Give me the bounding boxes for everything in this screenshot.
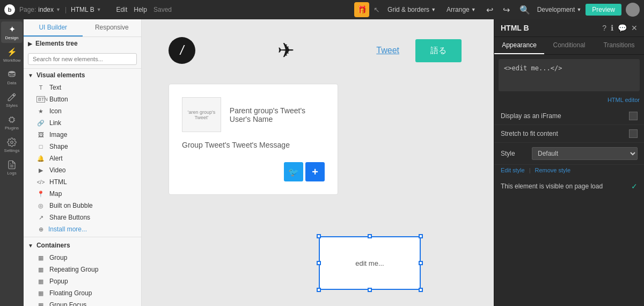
stretch-fit-checkbox[interactable] xyxy=(629,129,638,138)
element-map[interactable]: 📍 Map xyxy=(24,188,141,200)
tab-responsive[interactable]: Responsive xyxy=(83,19,142,37)
floating-group-icon: ▦ xyxy=(36,290,45,297)
sidebar-item-logs[interactable]: Logs xyxy=(1,157,23,178)
tab-transitions[interactable]: Transitions xyxy=(594,37,644,54)
main-layout: ✦ Design ⚡ Workflow Data Styles Plugins … xyxy=(0,19,644,306)
element-popup[interactable]: ▦ Popup xyxy=(24,275,141,287)
stretch-fit-row: Stretch to fit content xyxy=(494,125,644,143)
development-button[interactable]: Development ▼ xyxy=(537,6,582,13)
resize-handle-bl[interactable] xyxy=(317,288,321,292)
sidebar-item-plugins[interactable]: Plugins xyxy=(1,112,23,133)
card-avatar: 'aren group's Tweet' xyxy=(182,97,221,132)
resize-handle-bc[interactable] xyxy=(368,288,372,292)
edit-me-container: edit me... xyxy=(319,236,421,290)
visible-label: This element is visible on page load xyxy=(501,183,627,190)
sidebar-item-workflow[interactable]: ⚡ Workflow xyxy=(1,44,23,65)
panel-header-icons: ? ℹ 💬 ✕ xyxy=(602,24,638,32)
workflow-icon: ⚡ xyxy=(7,47,17,57)
redo-button[interactable]: ↪ xyxy=(500,4,513,16)
element-built-on-bubble[interactable]: ◎ Built on Bubble xyxy=(24,200,141,212)
grid-borders-button[interactable]: Grid & borders ▼ xyxy=(384,4,439,15)
element-button[interactable]: BTN Button xyxy=(24,93,141,105)
tweet-card: 'aren group's Tweet' Parent group's Twee… xyxy=(169,84,338,195)
resize-handle-tl[interactable] xyxy=(317,234,321,238)
install-more-icon: ⊕ xyxy=(36,226,45,233)
resize-handle-br[interactable] xyxy=(419,288,423,292)
tweet-bar: / ✈ Tweet 語る xyxy=(142,33,494,68)
search-button[interactable]: 🔍 xyxy=(517,4,533,16)
element-group[interactable]: ▦ Group xyxy=(24,252,141,264)
tab-appearance[interactable]: Appearance xyxy=(494,37,544,54)
display-iframe-row: Display as an iFrame xyxy=(494,107,644,125)
search-box xyxy=(24,50,141,69)
tweet-circle: / xyxy=(169,37,195,64)
preview-button[interactable]: Preview xyxy=(586,4,621,16)
tweet-button[interactable]: 語る xyxy=(415,39,462,62)
sidebar-item-settings[interactable]: Settings xyxy=(1,134,23,156)
element-repeating-group[interactable]: ▦ Repeating Group xyxy=(24,264,141,275)
sidebar-item-data[interactable]: Data xyxy=(1,67,23,88)
style-label: Style xyxy=(501,150,528,157)
html-selector[interactable]: HTML B ▼ xyxy=(71,6,101,13)
html-editor-label[interactable]: HTML editor xyxy=(494,96,644,107)
install-more-item[interactable]: ⊕ Install more... xyxy=(24,223,141,235)
element-shape[interactable]: □ Shape xyxy=(24,141,141,152)
repeating-group-icon: ▦ xyxy=(36,266,45,273)
cursor-icon[interactable]: ↖ xyxy=(374,5,380,14)
page-selector[interactable]: Page: index ▼ xyxy=(19,6,61,13)
element-icon[interactable]: ★ Icon xyxy=(24,105,141,117)
sidebar-item-design[interactable]: ✦ Design xyxy=(1,21,23,43)
style-select[interactable]: Default xyxy=(532,147,638,160)
element-video[interactable]: ▶ Video xyxy=(24,164,141,176)
sidebar-item-styles[interactable]: Styles xyxy=(1,89,23,111)
element-group-focus[interactable]: ▦ Group Focus xyxy=(24,299,141,306)
resize-handle-ml[interactable] xyxy=(317,261,321,265)
element-html[interactable]: </> HTML xyxy=(24,176,141,188)
user-avatar[interactable] xyxy=(626,3,640,17)
resize-handle-tc[interactable] xyxy=(368,234,372,238)
search-input[interactable] xyxy=(28,53,137,65)
card-username-container: Parent group's Tweet's User's Name xyxy=(230,97,325,132)
help-action[interactable]: Help xyxy=(134,6,147,13)
map-icon: 📍 xyxy=(36,191,45,198)
search-icon: 🔍 xyxy=(519,5,530,14)
visual-section-header[interactable]: ▼ Visual elements xyxy=(24,69,141,82)
element-text[interactable]: T Text xyxy=(24,82,141,93)
display-iframe-label: Display as an iFrame xyxy=(501,112,625,120)
edit-style-link[interactable]: Edit style xyxy=(501,167,525,173)
remove-style-link[interactable]: Remove style xyxy=(535,167,571,173)
tab-conditional[interactable]: Conditional xyxy=(544,37,594,54)
element-link[interactable]: 🔗 Link xyxy=(24,117,141,129)
element-floating-group[interactable]: ▦ Floating Group xyxy=(24,287,141,299)
tab-ui-builder[interactable]: UI Builder xyxy=(24,19,83,37)
plane-icon: ✈ xyxy=(277,39,295,62)
html-editor-area[interactable]: <>edit me...</> xyxy=(499,59,640,91)
element-share-buttons[interactable]: ↗ Share Buttons xyxy=(24,212,141,223)
data-icon xyxy=(7,70,17,79)
chat-icon[interactable]: 💬 xyxy=(618,24,627,32)
arrange-button[interactable]: Arrange ▼ xyxy=(443,4,479,15)
question-icon[interactable]: ? xyxy=(602,24,606,32)
visible-checkmark[interactable]: ✓ xyxy=(631,182,638,191)
edit-me-box[interactable]: edit me... xyxy=(319,236,421,290)
html-name: HTML B xyxy=(71,6,94,13)
style-row: Style Default xyxy=(494,143,644,165)
containers-section-header[interactable]: ▼ Containers xyxy=(24,239,141,252)
twitter-button[interactable]: 🐦 xyxy=(284,162,303,181)
display-iframe-checkbox[interactable] xyxy=(629,112,638,120)
tweet-link[interactable]: Tweet xyxy=(376,46,399,55)
element-alert[interactable]: 🔔 Alert xyxy=(24,152,141,164)
facebook-button[interactable]: + xyxy=(305,162,325,181)
link-icon: 🔗 xyxy=(36,120,45,127)
close-icon[interactable]: ✕ xyxy=(631,24,638,32)
elements-tree-header[interactable]: ▶ Elements tree xyxy=(24,37,141,50)
info-icon[interactable]: ℹ xyxy=(611,24,613,32)
undo-button[interactable]: ↩ xyxy=(484,4,496,16)
plus-icon: + xyxy=(312,166,318,178)
edit-action[interactable]: Edit xyxy=(116,6,128,13)
element-image[interactable]: 🖼 Image xyxy=(24,129,141,141)
resize-handle-tr[interactable] xyxy=(419,234,423,238)
card-buttons: 🐦 + xyxy=(182,162,325,181)
resize-handle-mr[interactable] xyxy=(419,261,423,265)
gift-button[interactable]: 🎁 xyxy=(354,2,369,17)
